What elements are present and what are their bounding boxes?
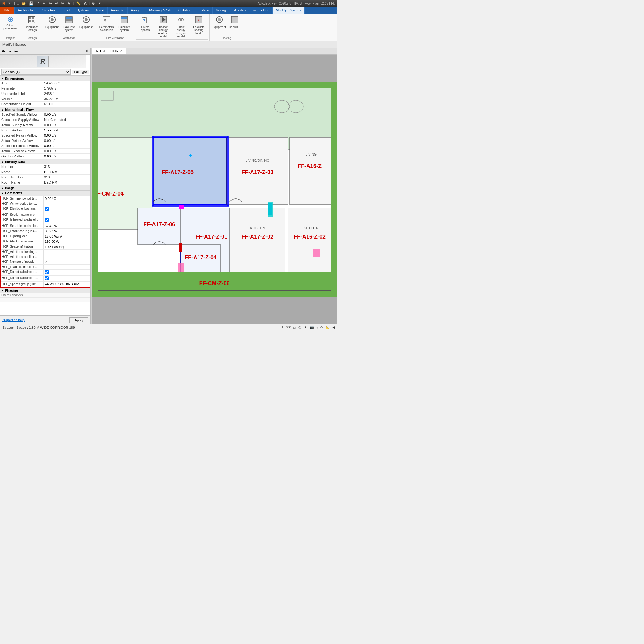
view-shadows-icon[interactable]: 👁 [304,326,307,330]
mechanical-flow-section-header[interactable]: Mechanical - Flow [0,107,90,112]
qa-redo2[interactable]: ↪ [60,1,65,6]
prop-value-return-airflow[interactable]: Specified [43,128,90,133]
prop-row-hcp-distribute: HCP_Distribute load am... [1,206,90,212]
qa-text[interactable]: A [83,1,87,6]
view-camera-icon[interactable]: ◎ [298,326,301,330]
tab-hvacr[interactable]: hvacr.cloud [249,7,273,13]
qa-redo[interactable]: ↪ [48,1,53,6]
render-icon[interactable]: 📷 [310,326,314,330]
equipment-vent2-button[interactable]: Equipment [78,15,94,29]
qa-print[interactable]: 🖨 [66,1,72,6]
detail-level-icon[interactable]: ↕ [316,326,318,330]
show-energy-icon [177,15,185,25]
qa-measure[interactable]: 📏 [75,1,82,6]
qa-sync[interactable]: ↺ [36,1,40,6]
tab-structure[interactable]: Structure [39,7,60,13]
tab-massing[interactable]: Massing & Site [146,7,175,13]
calc-heating-icon: 🌡 [195,15,203,25]
prop-value-hcp-sensible[interactable]: 67.40 W [44,223,90,228]
equipment-heating-button[interactable]: Equipment [211,15,227,29]
edit-type-button[interactable]: Edit Type [72,70,89,74]
attach-parameters-button[interactable]: ⊕ Attach parameters [2,15,19,31]
tab-file[interactable]: File [0,7,15,13]
tab-steel[interactable]: Steel [59,7,73,13]
qa-new[interactable]: □ [16,2,20,6]
tab-modify-spaces[interactable]: Modify | Spaces [273,7,305,13]
measure-icon[interactable]: 📐 [326,326,330,330]
tab-insert[interactable]: Insert [93,7,108,13]
prop-value-specified-supply[interactable]: 0.00 L/s [43,112,90,117]
create-spaces-button[interactable]: Create spaces [137,15,154,33]
qa-settings[interactable]: ⚙ [91,1,96,6]
tab-view[interactable]: View [199,7,213,13]
hcp-heated-checkbox[interactable] [45,218,49,222]
qa-sep2: | [89,2,90,5]
tab-collaborate[interactable]: Collaborate [175,7,199,13]
prop-value-name[interactable]: BED RM [43,169,90,174]
hcp-no-calc-c-checkbox[interactable] [45,270,49,274]
comments-section-header[interactable]: Comments [0,190,90,195]
hcp-distribute-checkbox[interactable] [45,207,49,211]
qa-save[interactable]: 💾 [28,1,34,6]
panel-close-button[interactable]: ✕ [85,49,88,53]
tab-annotate[interactable]: Annotate [108,7,128,13]
collect-energy-button[interactable]: Collect energy analysis model [155,15,172,39]
parameters-calculation-button[interactable]: ⚙ Parameters calculation [98,15,115,33]
calculate-system2-button[interactable]: Calculate system [116,15,133,33]
prop-value-hcp-lighting[interactable]: 12.00 W/m² [44,234,90,239]
dimensions-section-header[interactable]: Dimensions [0,75,90,81]
tab-architecture[interactable]: Architecture [15,7,39,13]
prop-row-hcp-latent: HCP_Latent cooling loa... 35.20 W [1,229,90,234]
prop-value-hcp-no-calc-in[interactable] [44,276,90,281]
prop-value-hcp-summer[interactable]: 0.00 °C [44,196,90,201]
canvas-tab-floor-plan[interactable]: 02.1ST FLOOR ✕ [92,48,126,54]
nav-back-icon[interactable]: ◀ [332,326,335,330]
canvas-tab-close[interactable]: ✕ [120,49,123,53]
prop-value-number[interactable]: 313 [43,164,90,169]
calc-heating-button[interactable]: 🌡 Calculate heating loads [190,15,207,36]
prop-value-specified-exhaust[interactable]: 0.00 L/s [43,143,90,148]
prop-value-hcp-distribute[interactable] [44,206,90,212]
identity-data-section-header[interactable]: Identity Data [0,159,90,164]
tab-addins[interactable]: Add-Ins [231,7,249,13]
prop-name-room-name: Room Name [0,180,43,185]
spaces-selector[interactable]: Spaces (1) [1,69,71,75]
prop-value-hcp-infiltration[interactable]: 1.73 L/(s·m²) [44,244,90,249]
calcula-button[interactable]: Calcula... [228,15,242,29]
prop-name-hcp-add-heating: HCP_Additional heating... [1,249,44,254]
qa-undo2[interactable]: ↩ [54,1,59,6]
prop-name-return-airflow: Return Airflow [0,128,43,133]
calcula-icon [230,15,239,25]
breadcrumb-bar: Modify | Spaces [0,41,337,48]
prop-value-specified-return[interactable]: 0.00 L/s [43,133,90,138]
calculation-settings-button[interactable]: Calculation Settings [23,15,40,33]
properties-help-link[interactable]: Properties help [2,318,25,322]
calculate-system-button[interactable]: Calculate system [60,15,78,33]
tab-manage[interactable]: Manage [213,7,231,13]
prop-value-hcp-spaces-group[interactable]: FF-A17-Z-05_BED RM [44,282,90,287]
view-cube-icon[interactable]: □ [293,326,295,330]
prop-value-hcp-no-calc-c[interactable] [44,269,90,275]
equipment-ventilation-button[interactable]: Equipment [44,15,60,29]
qa-open[interactable]: 📂 [21,2,27,6]
phasing-section-header[interactable]: Phasing [0,287,90,293]
qa-undo[interactable]: ↩ [42,1,47,6]
apply-button[interactable]: Apply [69,317,88,323]
refresh-icon[interactable]: ⟳ [320,326,323,330]
svg-text:F-CM-Z-04: F-CM-Z-04 [97,191,124,197]
svg-rect-58 [152,136,228,138]
prop-row-specified-exhaust: Specified Exhaust Airflow 0.00 L/s [0,143,90,148]
prop-value-outdoor-airflow[interactable]: 0.00 L/s [43,154,90,159]
prop-value-hcp-heated[interactable] [44,217,90,223]
prop-value-hcp-electric[interactable]: 150.00 W [44,239,90,244]
svg-text:FF-CM-Z-06: FF-CM-Z-06 [199,280,230,286]
show-energy-button[interactable]: Show energy analysis model [172,15,190,39]
tab-analyze[interactable]: Analyze [128,7,146,13]
canvas-content[interactable]: FF-A17-Z-05 F-CM-Z-04 FF-A17-Z-03 FF-A16… [92,55,337,324]
hcp-no-calc-in-checkbox[interactable] [45,276,49,280]
prop-value-hcp-latent[interactable]: 35.20 W [44,229,90,233]
prop-value-hcp-people[interactable]: 2 [44,259,90,264]
qa-dropdown[interactable]: ▼ [97,2,102,5]
image-section-header[interactable]: Image [0,185,90,190]
tab-systems[interactable]: Systems [73,7,93,13]
